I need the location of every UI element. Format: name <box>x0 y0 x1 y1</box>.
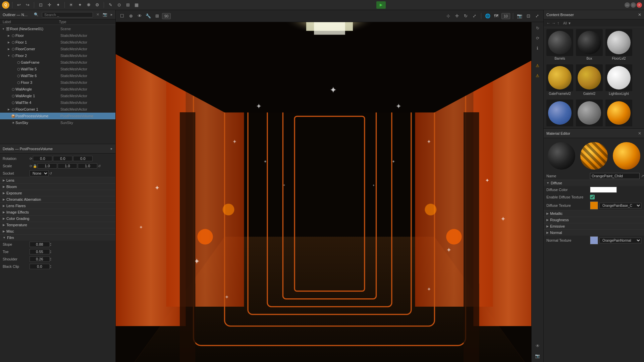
outliner-tree-item[interactable]: ▼🎬Root (NewScene01)Scene <box>0 25 115 32</box>
me-emissive-section[interactable]: Emissive <box>544 223 644 229</box>
vp-local-btn[interactable]: 🗺 <box>493 12 500 20</box>
outliner-tree-item[interactable]: 📦PostProcessVolumePostProcessVolume <box>0 113 115 119</box>
me-normal-tex-select[interactable]: OrangePainNormal <box>599 238 641 243</box>
toolbar-settings[interactable]: ⚙ <box>94 1 101 9</box>
me-diffuse-color-swatch[interactable] <box>590 187 617 193</box>
outliner-tree-item[interactable]: ⬡Floor 3StaticMeshActor <box>0 79 115 86</box>
scale-reset-icon[interactable]: ↺ <box>98 164 101 168</box>
toolbar-grid[interactable]: ⊞ <box>124 1 131 9</box>
toe-input[interactable] <box>30 249 50 254</box>
play-button[interactable]: ▶ <box>376 1 386 9</box>
outliner-tree-item[interactable]: ⬡GateFrameStaticMeshActor <box>0 59 115 66</box>
section-colorgrading[interactable]: Color Grading <box>0 215 115 222</box>
shoulder-input[interactable] <box>30 256 50 262</box>
me-close-icon[interactable]: ✕ <box>638 131 641 136</box>
vp-side-refresh-icon[interactable]: ↻ <box>533 23 542 33</box>
scale-y[interactable] <box>58 163 77 169</box>
outliner-tree-item[interactable]: ▶⬡FloorStaticMeshActor <box>0 32 115 39</box>
outliner-tree-item[interactable]: ▼⬡Floor 2StaticMeshActor <box>0 52 115 59</box>
close-button[interactable]: ✕ <box>637 2 642 8</box>
outliner-tree-item[interactable]: ⬡WallAngle 1StaticMeshActor <box>0 93 115 99</box>
me-diffuse-section[interactable]: Diffuse <box>544 180 644 186</box>
cb-item-gatelvl2[interactable]: Gatelvl2 <box>575 64 603 96</box>
section-chromatic[interactable]: Chromatic Aberration <box>0 196 115 202</box>
toolbar-fx[interactable]: ❋ <box>85 1 92 9</box>
cb-item-r3-1[interactable] <box>575 99 603 127</box>
outliner-tree-item[interactable]: ▶⬡FloorCornerStaticMeshActor <box>0 46 115 52</box>
toolbar-sun[interactable]: ☀ <box>67 1 75 9</box>
me-roughness-section[interactable]: Roughness <box>544 217 644 223</box>
outliner-tree-item[interactable]: ⬡WallTile 5StaticMeshActor <box>0 66 115 72</box>
me-name-link-icon[interactable]: ↗ <box>641 174 644 178</box>
cb-item-barrels[interactable]: Barrels <box>546 28 574 61</box>
section-exposure[interactable]: Exposure <box>0 190 115 196</box>
rotation-y[interactable] <box>53 156 72 161</box>
me-sphere-item-2[interactable] <box>611 141 642 170</box>
cb-item-r3-0[interactable] <box>546 99 574 127</box>
maximize-button[interactable]: □ <box>631 2 636 8</box>
rotation-x[interactable] <box>33 156 52 161</box>
vp-settings-btn[interactable]: 🔧 <box>145 12 152 20</box>
cb-item-lightboxlight[interactable]: LightboxLight <box>605 64 633 96</box>
scale-x[interactable] <box>38 163 57 169</box>
outliner-camera-icon[interactable]: 📷 <box>103 12 107 17</box>
toolbar-stars[interactable]: ✦ <box>76 1 84 9</box>
minimize-button[interactable]: — <box>625 2 630 8</box>
details-collapse-icon[interactable]: ▸ <box>111 146 113 151</box>
outliner-tree-item[interactable]: ☀SunSkySunSky <box>0 119 115 126</box>
section-misc[interactable]: Misc <box>0 228 115 234</box>
toolbar-back[interactable]: ↩ <box>15 1 22 9</box>
vp-side-info-icon[interactable]: ℹ <box>533 44 542 53</box>
tree-expand-icon[interactable]: ▼ <box>7 54 11 57</box>
vp-eye-btn[interactable]: 👁 <box>136 12 143 20</box>
scale-z[interactable] <box>78 163 97 169</box>
shoulder-down-icon[interactable]: ▼ <box>50 259 52 261</box>
cb-item-floorlvl2[interactable]: FloorLvl2 <box>605 28 633 61</box>
vp-side-warn-icon[interactable]: ⚠ <box>533 61 542 70</box>
vp-grid-btn[interactable]: ⊞ <box>153 12 161 20</box>
toolbar-grid2[interactable]: ▦ <box>133 1 140 9</box>
section-lens[interactable]: Lens <box>0 177 115 183</box>
vp-expand-btn[interactable]: ⤢ <box>533 12 541 20</box>
slope-down-icon[interactable]: ▼ <box>50 244 52 246</box>
tree-expand-icon[interactable]: ▶ <box>7 108 11 111</box>
cb-forward-icon[interactable]: → <box>552 21 556 25</box>
outliner-tree-item[interactable]: ⬡WallAngleStaticMeshActor <box>0 86 115 93</box>
vp-translate-btn[interactable]: ⊕ <box>127 12 135 20</box>
vp-snap-btn[interactable]: ⊡ <box>525 12 532 20</box>
me-normal-section[interactable]: Normal <box>544 229 644 236</box>
cb-item-gateframelvl2[interactable]: GateFramelvl2 <box>546 64 574 96</box>
toolbar-move[interactable]: ✛ <box>46 1 53 9</box>
me-sphere-item-1[interactable] <box>578 141 609 170</box>
me-enable-diffuse-checkbox[interactable] <box>590 195 595 199</box>
toe-down-icon[interactable]: ▼ <box>50 252 52 254</box>
blackclip-down-icon[interactable]: ▼ <box>50 266 52 268</box>
cb-back-icon[interactable]: ← <box>546 21 550 25</box>
section-imageeffects[interactable]: Image Effects <box>0 209 115 215</box>
section-temperature[interactable]: Temperature <box>0 222 115 228</box>
vp-globe-btn[interactable]: 🌐 <box>484 12 491 20</box>
outliner-tree-item[interactable]: ⬡WallTile 6StaticMeshActor <box>0 72 115 79</box>
slope-input[interactable] <box>30 242 50 247</box>
section-film[interactable]: Film <box>0 234 115 241</box>
tree-expand-icon[interactable]: ▶ <box>7 34 11 37</box>
vp-side-sync-icon[interactable]: ⟳ <box>533 34 542 43</box>
viewport-image[interactable]: ✦ ✦ ✦ ✦ ✦ ✦ ✦ ✦ ✦ <box>116 22 543 362</box>
me-name-input[interactable] <box>590 173 640 179</box>
vp-move-btn[interactable]: ✛ <box>453 12 461 20</box>
outliner-tree-item[interactable]: ▶⬡FloorCorner 1StaticMeshActor <box>0 106 115 113</box>
outliner-tree-item[interactable]: ▶⬡Floor 1StaticMeshActor <box>0 39 115 46</box>
vp-side-warn2-icon[interactable]: ⚠ <box>533 71 542 80</box>
tree-expand-icon[interactable]: ▶ <box>7 41 11 44</box>
toolbar-select[interactable]: ⊡ <box>37 1 44 9</box>
socket-reset-icon[interactable]: ↺ <box>49 172 52 175</box>
lock-icon[interactable]: 🔒 <box>33 164 37 168</box>
vp-cursor-btn[interactable]: ⊹ <box>445 12 452 20</box>
vp-scale-btn[interactable]: ⤢ <box>471 12 478 20</box>
outliner-search-input[interactable] <box>42 12 93 17</box>
blackclip-input[interactable] <box>30 264 50 269</box>
toolbar-circle[interactable]: ⊙ <box>115 1 123 9</box>
socket-select[interactable]: None <box>30 170 49 176</box>
cb-up-icon[interactable]: ↑ <box>557 21 559 25</box>
search-clear-icon[interactable]: ✕ <box>96 12 99 17</box>
